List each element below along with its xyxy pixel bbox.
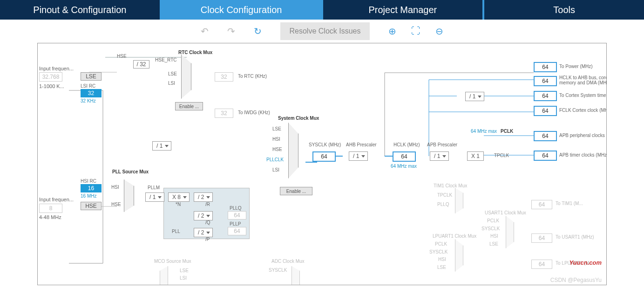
tab-project[interactable]: Project Manager <box>321 0 483 20</box>
hse-rtc-label: HSE_RTC <box>155 57 177 62</box>
undo-icon[interactable]: ↶ <box>201 26 209 37</box>
hse-range: 4-48 MHz <box>39 214 61 220</box>
out-cortex[interactable]: 64 <box>534 91 557 101</box>
usart1-mux-title: USART1 Clock Mux <box>485 210 526 215</box>
out-cortex-lbl: To Cortex System timer (MHz) <box>559 93 607 98</box>
sys-pllclk: PLLCLK <box>266 157 284 162</box>
to-usart1: To USART1 (MHz) <box>556 234 594 240</box>
pll-n[interactable]: X 8 <box>168 192 190 202</box>
out-apb-p-lbl: APB peripheral clocks (MHz) <box>559 133 607 138</box>
mco-lsi: LSI <box>180 275 187 281</box>
usart1-out: 64 <box>531 233 552 243</box>
pllm-label: PLLM <box>148 185 160 190</box>
pll-r-label: /R <box>205 202 210 207</box>
tim1-tpclk: TPCLK <box>437 192 452 198</box>
lp-sysclk: SYSCLK <box>429 249 447 254</box>
hse-freq-input[interactable]: 8 <box>39 204 62 213</box>
out-ahb-lbl: HCLK to AHB bus, core, memory and DMA (M… <box>559 75 607 85</box>
pll-src-title: PLL Source Mux <box>112 169 149 174</box>
sys-lse: LSE <box>272 126 281 131</box>
lp-pclk: PCLK <box>435 241 447 247</box>
enable-css-rtc[interactable]: Enable ... <box>175 102 203 110</box>
hclk-value[interactable]: 64 <box>393 151 416 162</box>
pllp-out: 64 <box>228 227 246 235</box>
pllq-out: 64 <box>228 211 246 220</box>
pll-label: PLL <box>172 229 180 234</box>
rtc-mux-title: RTC Clock Mux <box>178 50 212 55</box>
sysclk-value[interactable]: 64 <box>312 151 336 162</box>
pll-q-div[interactable]: / 2 <box>194 211 213 220</box>
out-apb-p[interactable]: 64 <box>534 131 557 141</box>
sys-lsi: LSI <box>272 167 279 172</box>
enable-css-sys[interactable]: Enable ... <box>280 187 312 195</box>
hclk-max: 64 MHz max <box>391 164 417 169</box>
apb-pre-label: APB Prescaler <box>427 142 457 147</box>
tab-clock[interactable]: Clock Configuration <box>160 0 321 20</box>
apb-max: 64 MHz max <box>471 129 497 134</box>
usart-hsi: HSI <box>490 233 498 239</box>
sys-mux-title: System Clock Mux <box>278 116 319 121</box>
lsi-khz: 32 KHz <box>81 98 96 103</box>
rtc-lsi-label: LSI <box>168 81 175 86</box>
mco-lse: LSE <box>180 268 189 273</box>
out-power-lbl: To Power (MHz) <box>559 64 593 69</box>
lp-lse: LSE <box>437 265 446 270</box>
resolve-clock-button[interactable]: Resolve Clock Issues <box>280 22 370 40</box>
to-tim1: To TIM1 (M... <box>556 201 583 206</box>
pll-p-label: /P <box>205 237 210 242</box>
fit-icon[interactable]: ⛶ <box>411 26 420 37</box>
zoom-out-icon[interactable]: ⊖ <box>435 26 443 37</box>
pll-r-div[interactable]: / 2 <box>194 192 213 202</box>
hsi-mhz: 16 MHz <box>81 193 96 199</box>
sysclk-label: SYSCLK (MHz) <box>309 142 341 147</box>
lsi-rc-label: LSI RC <box>81 83 95 89</box>
zoom-in-icon[interactable]: ⊕ <box>388 26 396 37</box>
rtc-mux[interactable] <box>181 55 191 99</box>
out-apb-t[interactable]: 64 <box>534 151 557 161</box>
pll-p-div[interactable]: / 2 <box>194 228 213 237</box>
out-fclk[interactable]: 64 <box>534 106 557 116</box>
apb-prescaler[interactable]: / 1 <box>430 151 449 161</box>
to-rtc-label: To RTC (KHz) <box>238 74 267 79</box>
tab-pinout[interactable]: Pinout & Configuration <box>0 0 160 20</box>
sys-hse: HSE <box>272 147 282 152</box>
iwdg-out: 32 <box>215 109 233 118</box>
pllq-label: PLLQ <box>230 206 242 211</box>
hclk-label: HCLK (MHz) <box>393 142 420 147</box>
out-power[interactable]: 64 <box>534 62 557 72</box>
rtc-lse-label: LSE <box>168 71 177 76</box>
usart1-mux <box>506 216 514 248</box>
tab-tools[interactable]: Tools <box>482 0 644 20</box>
hse-div32: / 32 <box>133 60 149 69</box>
hsi-rc-label: HSI RC <box>81 178 96 184</box>
pllp-label: PLLP <box>230 221 241 226</box>
pre-sys-div[interactable]: / 1 <box>152 141 171 151</box>
lpuart1-mux <box>455 239 463 272</box>
hse-block: HSE <box>81 202 102 210</box>
lpuart1-mux-title: LPUART1 Clock Mux <box>433 233 476 239</box>
tim1-mux <box>455 188 463 213</box>
tpclk-label: TPCLK <box>494 153 509 158</box>
hsi-block: 16 <box>81 184 102 192</box>
apb-x1: X 1 <box>467 151 484 161</box>
input-freq-label-1: Input frequen... <box>39 66 74 71</box>
reset-icon[interactable]: ↻ <box>254 26 262 37</box>
out-ahb[interactable]: 64 <box>534 76 557 86</box>
pll-source-mux[interactable] <box>124 179 134 212</box>
mco-mux-title: MCO Source Mux <box>154 259 191 264</box>
redo-icon[interactable]: ↷ <box>227 26 235 37</box>
cortex-div[interactable]: / 1 <box>465 92 484 101</box>
pll-hse: HSE <box>111 202 121 207</box>
usart-sysclk: SYSCLK <box>481 226 500 231</box>
pllm-div[interactable]: / 1 <box>145 192 164 202</box>
pll-hsi: HSI <box>111 185 119 190</box>
lse-freq-input[interactable]: 32.768 <box>39 72 62 82</box>
pclk-label: PCLK <box>501 129 513 134</box>
usart-pclk: PCLK <box>487 218 499 223</box>
tim1-mux-title: TIM1 Clock Mux <box>434 183 467 188</box>
system-clock-mux[interactable] <box>288 123 298 178</box>
adc-mux <box>291 266 300 285</box>
ahb-prescaler[interactable]: / 1 <box>349 151 368 161</box>
to-iwdg-label: To IWDG (KHz) <box>238 110 270 115</box>
tim1-out: 64 <box>531 200 552 209</box>
